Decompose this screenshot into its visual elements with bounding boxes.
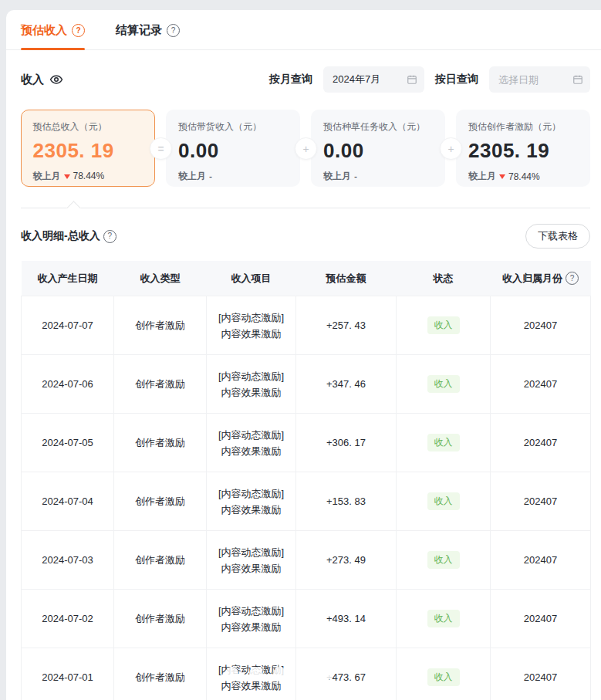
status-badge: 收入 <box>427 492 460 511</box>
income-title-label: 收入 <box>21 73 44 87</box>
cell-amount: +473. 67 <box>296 648 397 700</box>
card-label: 预估种草任务收入（元） <box>323 120 433 134</box>
card-compare: 较上月 78.44% <box>33 170 143 183</box>
detail-header: 收入明细-总收入 下载表格 <box>21 224 590 249</box>
card-seeding-task-income[interactable]: 预估种草任务收入（元） 0.00 较上月 - <box>311 110 445 187</box>
cell-month: 202407 <box>491 355 591 414</box>
table-row: 2024-07-05 创作者激励 [内容动态激励] 内容效果激励 +306. 1… <box>22 414 591 472</box>
detail-title: 收入明细-总收入 <box>21 229 116 243</box>
header-status: 状态 <box>397 261 491 296</box>
cell-date: 2024-07-05 <box>22 414 114 472</box>
trend-down-icon <box>499 174 505 179</box>
help-icon[interactable] <box>566 272 579 285</box>
content-panel: 预估收入 结算记录 收入 按月查询 <box>6 10 601 700</box>
card-label: 预估总收入（元） <box>33 120 143 134</box>
cell-type: 创作者激励 <box>114 414 207 472</box>
compare-value: - <box>354 171 357 182</box>
header-amount: 预估金额 <box>296 261 397 296</box>
card-commerce-income[interactable]: 预估带货收入（元） 0.00 较上月 - <box>166 110 300 187</box>
compare-label: 较上月 <box>178 170 206 183</box>
status-badge: 收入 <box>427 610 460 628</box>
plus-operator: + <box>440 137 462 160</box>
status-badge: 收入 <box>427 375 460 394</box>
month-query-label: 按月查询 <box>269 73 312 86</box>
tab-bar: 预估收入 结算记录 <box>6 10 601 50</box>
day-picker[interactable] <box>489 66 590 93</box>
equals-operator: = <box>150 137 172 160</box>
table-row: 2024-07-07 创作者激励 [内容动态激励] 内容效果激励 +257. 4… <box>22 296 591 355</box>
month-picker[interactable] <box>323 66 424 93</box>
help-icon[interactable] <box>103 230 116 243</box>
help-icon[interactable] <box>167 24 180 37</box>
cell-status: 收入 <box>397 648 491 700</box>
card-label: 预估带货收入（元） <box>178 120 288 134</box>
calendar-icon[interactable] <box>572 74 583 88</box>
cell-item: [内容动态激励] 内容效果激励 <box>207 355 296 414</box>
cell-amount: +306. 17 <box>296 414 397 472</box>
cell-date: 2024-07-07 <box>22 296 114 355</box>
status-badge: 收入 <box>427 434 460 452</box>
card-compare: 较上月 78.44% <box>468 170 578 183</box>
compare-value: - <box>209 171 212 182</box>
card-value: 2305. 19 <box>33 139 143 163</box>
download-table-button[interactable]: 下载表格 <box>525 224 590 249</box>
card-total-income[interactable]: 预估总收入（元） 2305. 19 较上月 78.44% <box>21 110 155 187</box>
caret-up-icon <box>66 201 80 215</box>
page: 预估收入 结算记录 收入 按月查询 <box>0 0 601 700</box>
compare-label: 较上月 <box>33 170 61 183</box>
cell-status: 收入 <box>397 414 491 472</box>
income-table: 收入产生日期 收入类型 收入项目 预估金额 状态 收入归属月份 2024-07-… <box>21 261 590 700</box>
cell-type: 创作者激励 <box>114 531 207 590</box>
status-badge: 收入 <box>427 668 460 687</box>
cell-item: [内容动态激励] 内容效果激励 <box>207 648 296 700</box>
cell-type: 创作者激励 <box>114 296 207 355</box>
compare-value: 78.44% <box>508 171 540 182</box>
cell-month: 202407 <box>491 590 591 648</box>
cell-month: 202407 <box>491 648 591 700</box>
cell-date: 2024-07-01 <box>22 648 114 700</box>
status-badge: 收入 <box>427 316 460 335</box>
cell-status: 收入 <box>397 355 491 414</box>
cell-item: [内容动态激励] 内容效果激励 <box>207 590 296 648</box>
card-label: 预估创作者激励（元） <box>468 120 578 134</box>
tab-label: 结算记录 <box>116 23 162 38</box>
table-row: 2024-07-03 创作者激励 [内容动态激励] 内容效果激励 +273. 4… <box>22 531 591 590</box>
card-value: 0.00 <box>178 139 288 163</box>
cell-status: 收入 <box>397 472 491 531</box>
cell-month: 202407 <box>491 531 591 590</box>
header-type: 收入类型 <box>114 261 207 296</box>
help-icon[interactable] <box>72 24 85 37</box>
cell-type: 创作者激励 <box>114 472 207 531</box>
tab-settlement-records[interactable]: 结算记录 <box>116 23 180 49</box>
trend-down-icon <box>64 174 70 179</box>
section-divider <box>21 208 590 208</box>
cell-month: 202407 <box>491 414 591 472</box>
table-row: 2024-07-01 创作者激励 [内容动态激励] 内容效果激励 +473. 6… <box>22 648 591 700</box>
tab-estimated-income[interactable]: 预估收入 <box>21 23 85 49</box>
cell-status: 收入 <box>397 296 491 355</box>
detail-title-label: 收入明细-总收入 <box>21 229 100 243</box>
compare-value: 78.44% <box>73 171 105 181</box>
table-row: 2024-07-04 创作者激励 [内容动态激励] 内容效果激励 +153. 8… <box>22 472 591 531</box>
card-compare: 较上月 - <box>178 170 288 183</box>
income-filter-row: 收入 按月查询 <box>21 66 590 93</box>
table-row: 2024-07-02 创作者激励 [内容动态激励] 内容效果激励 +493. 1… <box>22 590 591 648</box>
cell-amount: +493. 14 <box>296 590 397 648</box>
cell-month: 202407 <box>491 472 591 531</box>
cell-amount: +273. 49 <box>296 531 397 590</box>
eye-icon[interactable] <box>49 73 63 86</box>
date-filters: 按月查询 按日查询 <box>269 66 590 93</box>
summary-cards: 预估总收入（元） 2305. 19 较上月 78.44% 预估带货收入（元） 0… <box>21 110 590 187</box>
card-value: 2305. 19 <box>468 139 578 163</box>
cell-amount: +347. 46 <box>296 355 397 414</box>
header-item: 收入项目 <box>207 261 296 296</box>
cell-type: 创作者激励 <box>114 355 207 414</box>
cell-date: 2024-07-03 <box>22 531 114 590</box>
cell-date: 2024-07-06 <box>22 355 114 414</box>
calendar-icon[interactable] <box>407 74 417 88</box>
card-value: 0.00 <box>323 139 433 163</box>
card-creator-incentive[interactable]: 预估创作者激励（元） 2305. 19 较上月 78.44% <box>456 110 590 187</box>
header-date: 收入产生日期 <box>22 261 114 296</box>
cell-item: [内容动态激励] 内容效果激励 <box>207 414 296 472</box>
cell-amount: +153. 83 <box>296 472 397 531</box>
